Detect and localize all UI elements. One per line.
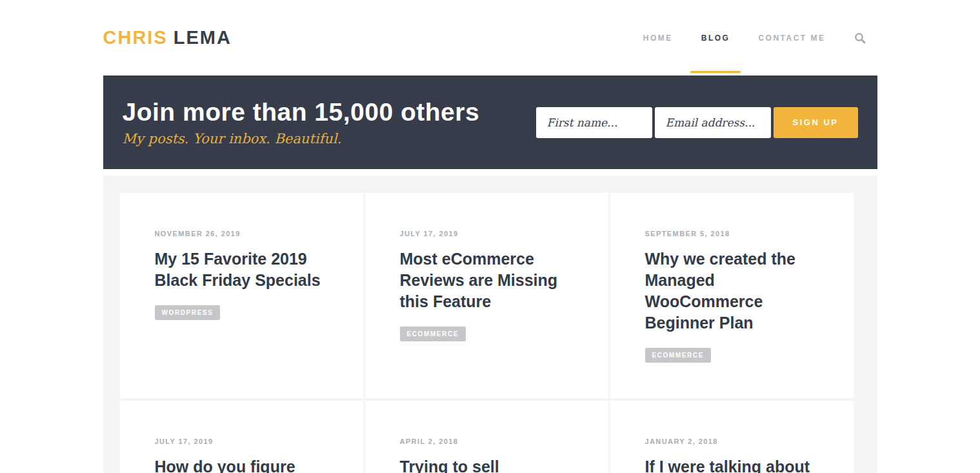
post-title-link[interactable]: Trying to sell (400, 456, 576, 473)
post-card[interactable]: JULY 17, 2019 How do you figure (120, 401, 363, 473)
post-date: JULY 17, 2019 (400, 230, 576, 237)
post-card[interactable]: APRIL 2, 2018 Trying to sell (365, 401, 608, 473)
post-date: SEPTEMBER 5, 2018 (645, 230, 821, 237)
email-input[interactable] (655, 107, 771, 138)
site-logo[interactable]: CHRIS LEMA (103, 27, 232, 48)
post-date: JANUARY 2, 2018 (645, 438, 821, 445)
post-title-link[interactable]: Why we created the Managed WooCommerce B… (645, 248, 821, 334)
post-title-link[interactable]: If I were talking about (645, 456, 821, 473)
post-category-tag[interactable]: ECOMMERCE (400, 327, 466, 341)
post-title-link[interactable]: My 15 Favorite 2019 Black Friday Special… (155, 248, 331, 291)
logo-text-lema: LEMA (174, 27, 232, 48)
blog-post-area: NOVEMBER 26, 2019 My 15 Favorite 2019 Bl… (103, 176, 877, 473)
post-category-tag[interactable]: ECOMMERCE (645, 348, 712, 363)
post-title-link[interactable]: Most eCommerce Reviews are Missing this … (400, 248, 576, 312)
sign-up-button[interactable]: SIGN UP (774, 107, 858, 138)
site-header: CHRIS LEMA HOME BLOG CONTACT ME (0, 0, 980, 75)
post-card[interactable]: JANUARY 2, 2018 If I were talking about (610, 401, 854, 473)
nav-item-blog[interactable]: BLOG (701, 0, 730, 75)
hero-subtitle: My posts. Your inbox. Beautiful. (123, 131, 480, 146)
hero-text-block: Join more than 15,000 others My posts. Y… (123, 98, 480, 146)
post-date: NOVEMBER 26, 2019 (155, 230, 331, 237)
post-tag-row: WORDPRESS (155, 305, 331, 320)
first-name-input[interactable] (536, 107, 652, 138)
post-card[interactable]: SEPTEMBER 5, 2018 Why we created the Man… (610, 193, 854, 398)
post-title-link[interactable]: How do you figure (155, 456, 331, 473)
post-date: JULY 17, 2019 (155, 438, 331, 445)
search-button[interactable] (854, 32, 866, 44)
post-card[interactable]: NOVEMBER 26, 2019 My 15 Favorite 2019 Bl… (120, 193, 363, 398)
main-nav: HOME BLOG CONTACT ME (615, 0, 877, 75)
logo-text-chris: CHRIS (103, 27, 168, 48)
post-tag-row: ECOMMERCE (645, 348, 821, 363)
nav-item-home[interactable]: HOME (643, 0, 673, 75)
signup-form: SIGN UP (536, 107, 858, 138)
nav-item-contact-me[interactable]: CONTACT ME (758, 0, 825, 75)
newsletter-hero: Join more than 15,000 others My posts. Y… (103, 75, 877, 169)
post-grid: NOVEMBER 26, 2019 My 15 Favorite 2019 Bl… (120, 193, 854, 473)
post-category-tag[interactable]: WORDPRESS (155, 305, 221, 320)
post-card[interactable]: JULY 17, 2019 Most eCommerce Reviews are… (365, 193, 608, 398)
hero-title: Join more than 15,000 others (123, 98, 480, 126)
post-tag-row: ECOMMERCE (400, 327, 576, 341)
post-date: APRIL 2, 2018 (400, 438, 576, 445)
search-icon (854, 32, 866, 44)
